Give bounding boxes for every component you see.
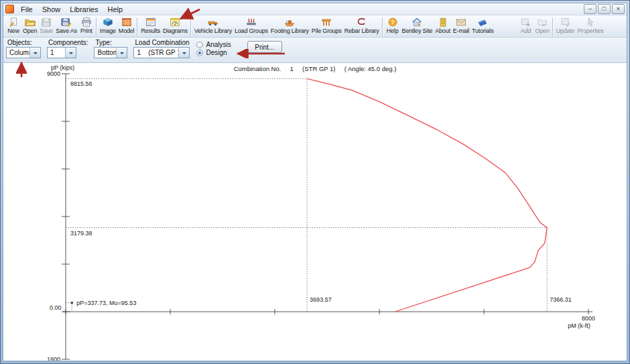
about-icon [436,17,450,27]
update-icon [559,17,572,27]
type-value: Bottom [94,48,116,58]
restore-button[interactable]: □ [598,4,611,14]
update-label: Update [556,27,575,34]
diagrams-button[interactable]: Diagrams [162,17,189,34]
load-groups-label: Load Groups [235,27,268,34]
model-icon [120,17,133,27]
app-icon [5,5,14,13]
new-icon [7,17,20,27]
minimize-button[interactable]: – [584,4,596,14]
footing-library-label: Footing Library [271,27,309,34]
help-icon: ? [386,17,399,27]
window-controls: – □ × [584,4,625,14]
menu-help[interactable]: Help [103,5,127,14]
toolbar-separator [137,17,138,36]
add-button: Add [517,17,533,34]
components-field: Components:1 [47,39,88,58]
toolbar-separator [190,17,192,36]
design-point-label: pP=337.73, Mu=95.53 [76,300,136,306]
save-as-button[interactable]: Save As [54,17,78,34]
interaction-curve [307,78,547,312]
email-icon [454,17,468,27]
open-item-label: Open [535,27,549,34]
diagrams-icon [168,17,182,27]
vehicle-library-label: Vehicle Library [194,27,232,34]
model-button[interactable]: Model [117,17,136,34]
components-value: 1 [48,48,65,58]
mode-radio-group: AnalysisDesign [196,39,231,56]
pile-groups-label: Pile Groups [312,27,342,34]
objects-field: Objects:Columns [6,39,41,58]
objects-combobox[interactable]: Columns [6,47,41,58]
results-button[interactable]: Results [139,17,162,34]
vehicle-icon [206,17,220,27]
chevron-down-icon[interactable] [178,48,189,58]
vehicle-library-button[interactable]: Vehicle Library [193,17,233,34]
email-label: E-mail [453,27,469,34]
menu-bar: FileShowLibrariesHelp – □ × [3,3,627,15]
rebar-icon [355,17,369,27]
components-label: Components: [47,39,88,47]
open-label: Open [23,27,37,34]
new-button[interactable]: New [5,17,21,34]
toolbar-group: NewOpenSaveSave AsPrint [5,17,94,37]
axial-capacity-label: 8815.56 [70,80,92,87]
toolbar-separator [382,17,383,36]
about-button[interactable]: About [434,17,452,34]
components-combobox[interactable]: 1 [47,47,76,58]
objects-label: Objects: [6,39,41,47]
print-label: Print [80,27,92,34]
menu-items: FileShowLibrariesHelp [16,5,127,14]
menu-show[interactable]: Show [38,5,66,14]
saveas-icon [60,17,73,27]
results-label: Results [141,27,160,34]
tutorials-icon [476,17,489,27]
print-button[interactable]: Print [78,17,94,34]
design-radio[interactable]: Design [196,49,231,56]
chevron-down-icon[interactable] [116,48,127,58]
save-icon [40,17,53,27]
footing-library-button[interactable]: Footing Library [269,17,310,34]
diagram-controls-bar: Objects:ColumnsComponents:1Type:BottomLo… [3,38,627,62]
chevron-down-icon[interactable] [65,48,76,58]
menu-file[interactable]: File [16,5,38,14]
rebar-library-label: Rebar Library [344,27,379,34]
save-as-label: Save As [56,27,77,34]
type-label: Type: [94,39,127,47]
type-combobox[interactable]: Bottom [94,47,127,58]
properties-icon [584,17,597,27]
analysis-radio-label: Analysis [206,41,231,48]
toolbar-group: AddOpen [517,17,550,37]
window-content: FileShowLibrariesHelp – □ × NewOpenSaveS… [3,3,627,361]
email-button[interactable]: E-mail [452,17,470,34]
open-icon [23,17,37,27]
svg-text:?: ? [391,19,394,25]
load-combination-combobox[interactable]: 1 (STR GP 1) [133,47,190,58]
analysis-radio[interactable]: Analysis [196,41,231,48]
open-button[interactable]: Open [21,17,38,34]
image-icon [101,17,115,27]
toolbar-group: UpdateProperties [555,17,605,37]
load-combination-label: Load Combination [133,39,190,47]
help-button[interactable]: ?Help [385,17,401,34]
bentley-site-button[interactable]: Bentley Site [401,17,434,34]
design-point-marker [70,302,73,304]
load-combination-value: 1 (STR GP 1) [134,48,178,58]
print-dialog-button[interactable]: Print... [247,41,282,53]
close-button[interactable]: × [612,4,625,14]
properties-button: Properties [576,17,605,34]
tutorials-button[interactable]: Tutorials [470,17,495,34]
bentley-icon [410,17,424,27]
footing-icon [283,17,296,27]
pile-groups-button[interactable]: Pile Groups [310,17,343,34]
y-axis-title: pP (kips) [51,64,74,71]
radio-icon [196,50,203,56]
chevron-down-icon[interactable] [29,48,40,58]
rebar-library-button[interactable]: Rebar Library [343,17,381,34]
image-button[interactable]: Image [99,17,117,34]
load-groups-button[interactable]: Load Groups [233,17,269,34]
image-label: Image [100,27,116,34]
menu-libraries[interactable]: Libraries [65,5,103,14]
properties-label: Properties [578,27,604,34]
toolbar-group: Vehicle LibraryLoad GroupsFooting Librar… [193,17,381,37]
